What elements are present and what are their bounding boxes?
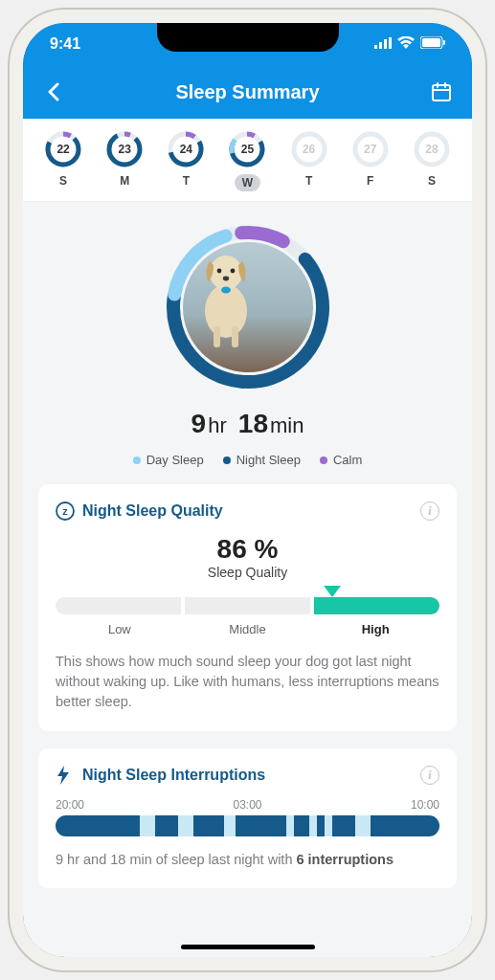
label-low: Low (56, 622, 184, 636)
bolt-icon (56, 766, 75, 785)
day-label: M (120, 174, 129, 188)
day-date: 22 (56, 143, 69, 156)
day-item-fri[interactable]: 27 F (351, 130, 390, 191)
svg-rect-0 (374, 45, 377, 49)
time-end: 10:00 (411, 798, 439, 812)
status-time: 9:41 (50, 35, 80, 53)
timeline-segment (155, 815, 178, 836)
signal-icon (374, 35, 392, 53)
quality-marker-icon (324, 586, 341, 597)
day-item-thu[interactable]: 26 T (290, 130, 328, 191)
day-label: T (183, 174, 190, 188)
svg-rect-6 (443, 40, 445, 45)
timeline-segment (236, 815, 285, 836)
svg-point-35 (216, 269, 221, 274)
interruptions-summary: 9 hr and 18 min of sleep last night with… (56, 850, 439, 869)
day-date: 28 (425, 143, 438, 156)
interruptions-timeline (56, 815, 439, 836)
svg-point-38 (221, 287, 231, 294)
quality-bar (56, 597, 439, 614)
pet-photo (183, 242, 313, 372)
interruptions-card: Night Sleep Interruptions i 20:00 03:00 … (38, 748, 457, 888)
label-middle: Middle (184, 622, 312, 636)
content-scroll[interactable]: 9hr 18min Day Sleep Night Sleep Calm z N… (23, 202, 472, 966)
day-selector: 22 S 23 M 24 T 25 W (23, 119, 472, 202)
legend-night-sleep: Night Sleep (223, 453, 301, 467)
day-item-mon[interactable]: 23 M (105, 130, 144, 191)
day-label: S (428, 174, 436, 188)
label-high: High (311, 622, 439, 636)
home-indicator[interactable] (181, 945, 315, 949)
day-label: T (305, 174, 312, 188)
timeline-segment (193, 815, 224, 836)
info-icon[interactable]: i (420, 501, 439, 521)
day-date: 24 (180, 143, 192, 156)
svg-rect-2 (384, 39, 387, 49)
timeline-segment (294, 815, 309, 836)
day-item-wed[interactable]: 25 W (228, 130, 266, 191)
svg-rect-32 (214, 326, 220, 347)
timeline-segment (371, 815, 439, 836)
app-header: Sleep Summary (23, 65, 472, 119)
day-item-sun[interactable]: 22 S (44, 130, 82, 191)
wifi-icon (397, 35, 415, 53)
svg-point-34 (210, 256, 242, 290)
time-mid: 03:00 (233, 798, 261, 812)
legend-calm: Calm (320, 453, 362, 467)
svg-rect-7 (433, 85, 450, 100)
card-title-text: Night Sleep Quality (82, 502, 223, 520)
day-date: 23 (119, 143, 131, 156)
svg-point-36 (230, 269, 235, 274)
timeline-segment (56, 815, 140, 836)
quality-description: This shows how much sound sleep your dog… (56, 652, 439, 712)
day-item-tue[interactable]: 24 T (167, 130, 205, 191)
timeline-segment (317, 815, 325, 836)
quality-labels: Low Middle High (56, 622, 439, 636)
day-item-sat[interactable]: 28 S (413, 130, 451, 191)
card-title-text: Night Sleep Interruptions (82, 767, 265, 784)
moon-z-icon: z (56, 501, 75, 521)
day-date: 26 (303, 143, 315, 156)
day-date: 25 (241, 143, 254, 156)
sleep-hours: 9 (191, 409, 207, 438)
legend-day-sleep: Day Sleep (133, 453, 204, 467)
quality-subtitle: Sleep Quality (56, 565, 439, 580)
quality-percent: 86 % (56, 534, 439, 565)
calendar-button[interactable] (430, 80, 453, 103)
svg-rect-5 (422, 38, 440, 47)
timeline-segment (332, 815, 355, 836)
svg-rect-1 (379, 42, 382, 49)
timeline-labels: 20:00 03:00 10:00 (56, 798, 439, 812)
day-date: 27 (364, 143, 376, 156)
quality-segment-middle (185, 597, 310, 614)
svg-rect-3 (389, 37, 392, 49)
quality-segment-low (56, 597, 181, 614)
svg-text:z: z (62, 505, 68, 517)
day-label-selected: W (235, 174, 260, 191)
day-label: S (59, 174, 67, 188)
legend: Day Sleep Night Sleep Calm (133, 453, 363, 467)
sleep-duration: 9hr 18min (191, 409, 304, 439)
page-title: Sleep Summary (175, 81, 319, 103)
notch (157, 23, 339, 52)
day-label: F (367, 174, 373, 188)
svg-rect-33 (232, 326, 238, 347)
sleep-ring-section: 9hr 18min Day Sleep Night Sleep Calm (38, 221, 457, 467)
back-button[interactable] (42, 80, 65, 103)
sleep-quality-card: z Night Sleep Quality i 86 % Sleep Quali… (38, 484, 457, 731)
phone-frame: 9:41 Sleep Summary 22 (10, 10, 485, 970)
time-start: 20:00 (56, 798, 84, 812)
info-icon[interactable]: i (420, 766, 439, 785)
battery-icon (420, 35, 445, 53)
interruptions-count: 6 (296, 852, 304, 867)
quality-segment-high (314, 597, 439, 614)
sleep-ring (162, 221, 334, 393)
svg-point-37 (222, 277, 228, 281)
sleep-minutes: 18 (238, 409, 268, 438)
